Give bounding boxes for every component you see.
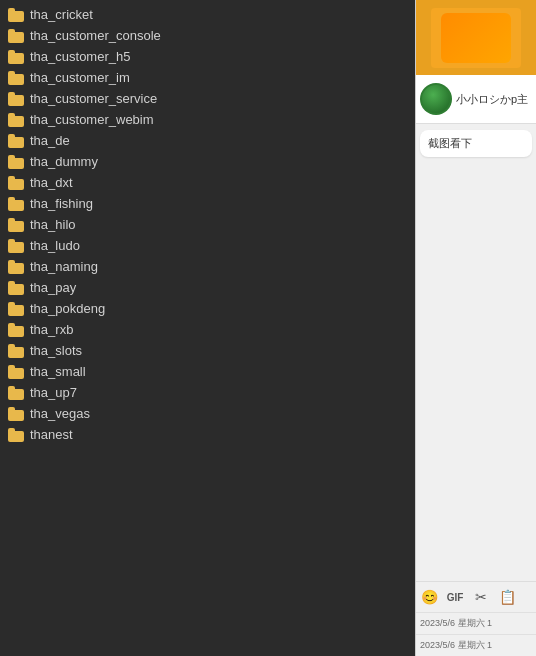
- folder-icon: [8, 239, 24, 253]
- folder-name: tha_customer_h5: [30, 49, 130, 64]
- folder-item[interactable]: tha_customer_im: [0, 67, 415, 88]
- chat-spacer: [416, 163, 536, 581]
- banner-decoration: [441, 13, 511, 63]
- folder-item[interactable]: tha_de: [0, 130, 415, 151]
- folder-icon: [8, 50, 24, 64]
- folder-icon: [8, 92, 24, 106]
- gif-button[interactable]: GIF: [444, 586, 466, 608]
- folder-item[interactable]: tha_pay: [0, 277, 415, 298]
- chat-username: 小小ロシかp主: [456, 92, 528, 107]
- timestamp-1: 2023/5/6 星期六 1: [420, 618, 492, 628]
- cut-button[interactable]: ✂: [470, 586, 492, 608]
- chat-bubble-text: 截图看下: [428, 137, 472, 149]
- folder-name: tha_customer_service: [30, 91, 157, 106]
- chat-timestamps: 2023/5/6 星期六 1 2023/5/6 星期六 1: [416, 612, 536, 656]
- folder-icon: [8, 260, 24, 274]
- folder-icon: [8, 323, 24, 337]
- folder-name: tha_pokdeng: [30, 301, 105, 316]
- folder-item[interactable]: tha_cricket: [0, 4, 415, 25]
- folder-item[interactable]: tha_customer_console: [0, 25, 415, 46]
- chat-panel: 小小ロシかp主 截图看下 😊 GIF ✂ 📋 2023/5/6 星期六 1 20…: [415, 0, 536, 656]
- folder-name: tha_ludo: [30, 238, 80, 253]
- folder-icon: [8, 8, 24, 22]
- folder-item[interactable]: tha_dxt: [0, 172, 415, 193]
- folder-item[interactable]: tha_fishing: [0, 193, 415, 214]
- folder-icon: [8, 428, 24, 442]
- folder-name: tha_cricket: [30, 7, 93, 22]
- folder-name: tha_small: [30, 364, 86, 379]
- chat-banner-image: [431, 8, 521, 68]
- folder-name: tha_hilo: [30, 217, 76, 232]
- folder-item[interactable]: tha_customer_h5: [0, 46, 415, 67]
- folder-name: tha_up7: [30, 385, 77, 400]
- folder-item[interactable]: tha_customer_webim: [0, 109, 415, 130]
- timestamp-row-2: 2023/5/6 星期六 1: [416, 634, 536, 656]
- folder-item[interactable]: tha_rxb: [0, 319, 415, 340]
- folder-item[interactable]: tha_up7: [0, 382, 415, 403]
- folder-icon: [8, 176, 24, 190]
- folder-icon: [8, 281, 24, 295]
- folder-icon: [8, 155, 24, 169]
- folder-name: tha_dummy: [30, 154, 98, 169]
- timestamp-2: 2023/5/6 星期六 1: [420, 640, 492, 650]
- folder-name: tha_de: [30, 133, 70, 148]
- folder-icon: [8, 29, 24, 43]
- folder-name: tha_customer_webim: [30, 112, 154, 127]
- folder-icon: [8, 197, 24, 211]
- folder-name: tha_dxt: [30, 175, 73, 190]
- folder-name: tha_fishing: [30, 196, 93, 211]
- folder-icon: [8, 218, 24, 232]
- folder-icon: [8, 71, 24, 85]
- folder-name: tha_vegas: [30, 406, 90, 421]
- folder-item[interactable]: tha_naming: [0, 256, 415, 277]
- folder-name: tha_customer_im: [30, 70, 130, 85]
- folder-icon: [8, 113, 24, 127]
- folder-item[interactable]: tha_pokdeng: [0, 298, 415, 319]
- folder-icon: [8, 302, 24, 316]
- folder-icon: [8, 407, 24, 421]
- folder-item[interactable]: tha_ludo: [0, 235, 415, 256]
- folder-item[interactable]: tha_slots: [0, 340, 415, 361]
- timestamp-row-1: 2023/5/6 星期六 1: [416, 612, 536, 634]
- folder-name: tha_rxb: [30, 322, 73, 337]
- avatar: [420, 83, 452, 115]
- folder-icon: [8, 344, 24, 358]
- emoji-button[interactable]: 😊: [418, 586, 440, 608]
- folder-item[interactable]: tha_dummy: [0, 151, 415, 172]
- clipboard-button[interactable]: 📋: [496, 586, 518, 608]
- folder-name: tha_naming: [30, 259, 98, 274]
- chat-banner: [416, 0, 536, 75]
- folder-item[interactable]: tha_hilo: [0, 214, 415, 235]
- folder-icon: [8, 386, 24, 400]
- folder-name: thanest: [30, 427, 73, 442]
- folder-item[interactable]: tha_customer_service: [0, 88, 415, 109]
- chat-user-row: 小小ロシかp主: [416, 75, 536, 124]
- file-explorer: tha_crickettha_customer_consoletha_custo…: [0, 0, 415, 656]
- avatar-face: [422, 85, 450, 113]
- folder-icon: [8, 365, 24, 379]
- folder-icon: [8, 134, 24, 148]
- chat-bubble: 截图看下: [420, 130, 532, 157]
- folder-name: tha_slots: [30, 343, 82, 358]
- folder-name: tha_customer_console: [30, 28, 161, 43]
- folder-name: tha_pay: [30, 280, 76, 295]
- folder-item[interactable]: tha_vegas: [0, 403, 415, 424]
- folder-item[interactable]: thanest: [0, 424, 415, 445]
- folder-item[interactable]: tha_small: [0, 361, 415, 382]
- emoji-toolbar: 😊 GIF ✂ 📋: [416, 581, 536, 612]
